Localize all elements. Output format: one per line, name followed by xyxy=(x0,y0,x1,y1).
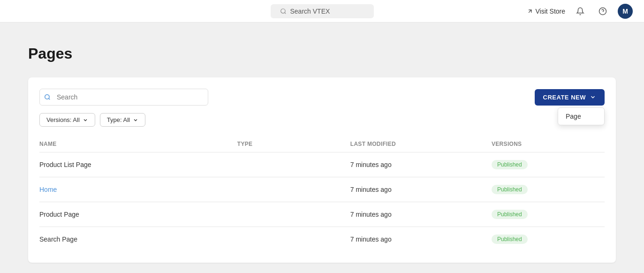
search-wrapper xyxy=(39,89,208,106)
create-new-label: CREATE NEW xyxy=(543,94,586,101)
chevron-down-icon xyxy=(590,94,596,100)
svg-line-6 xyxy=(49,99,50,100)
search-input[interactable] xyxy=(39,89,208,106)
notifications-button[interactable] xyxy=(573,4,588,19)
row-versions: Published xyxy=(492,177,605,202)
svg-point-0 xyxy=(280,8,285,13)
col-header-type: Type xyxy=(237,136,350,152)
svg-line-2 xyxy=(529,10,532,13)
external-link-icon xyxy=(527,8,533,15)
versions-filter[interactable]: Versions: All xyxy=(39,113,95,127)
row-name: Search Page xyxy=(39,227,237,252)
pages-card: CREATE NEW Page Versions: All Type: All xyxy=(28,77,616,263)
row-name: Product Page xyxy=(39,202,237,227)
page-title: Pages xyxy=(28,45,616,62)
bell-icon xyxy=(576,7,584,15)
table-row: Search Page7 minutes agoPublished xyxy=(39,227,605,252)
table-header-row: Name Type Last Modified Versions xyxy=(39,136,605,152)
versions-filter-label: Versions: All xyxy=(46,116,80,123)
search-vtex-button[interactable]: Search VTEX xyxy=(271,4,374,18)
search-icon xyxy=(44,94,51,100)
top-nav: Search VTEX Visit Store M xyxy=(0,0,644,23)
row-last-modified: 7 minutes ago xyxy=(350,227,492,252)
search-vtex-label: Search VTEX xyxy=(290,8,330,15)
avatar-initial: M xyxy=(622,8,628,15)
create-new-menu: Page xyxy=(558,107,605,125)
help-icon xyxy=(599,7,607,15)
status-badge: Published xyxy=(492,235,528,244)
row-type xyxy=(237,152,350,177)
col-header-versions: Versions xyxy=(492,136,605,152)
svg-line-1 xyxy=(284,12,286,14)
pages-table: Name Type Last Modified Versions Product… xyxy=(39,136,605,251)
user-avatar[interactable]: M xyxy=(618,4,633,19)
row-type xyxy=(237,202,350,227)
row-type xyxy=(237,227,350,252)
col-header-modified: Last Modified xyxy=(350,136,492,152)
table-row: Product List Page7 minutes agoPublished xyxy=(39,152,605,177)
dropdown-item-page[interactable]: Page xyxy=(558,108,604,125)
help-button[interactable] xyxy=(595,4,610,19)
table-row: Product Page7 minutes agoPublished xyxy=(39,202,605,227)
create-new-dropdown: CREATE NEW Page xyxy=(535,89,605,106)
search-vtex-icon xyxy=(280,8,287,15)
col-header-name: Name xyxy=(39,136,237,152)
status-badge: Published xyxy=(492,160,528,169)
status-badge: Published xyxy=(492,185,528,194)
nav-center: Search VTEX xyxy=(271,4,374,18)
filters-row: Versions: All Type: All xyxy=(39,113,605,127)
svg-point-5 xyxy=(45,95,49,99)
visit-store-label: Visit Store xyxy=(535,8,565,15)
versions-chevron-icon xyxy=(83,117,88,123)
toolbar: CREATE NEW Page xyxy=(39,89,605,106)
row-last-modified: 7 minutes ago xyxy=(350,152,492,177)
status-badge: Published xyxy=(492,210,528,219)
row-last-modified: 7 minutes ago xyxy=(350,202,492,227)
type-chevron-icon xyxy=(133,117,138,123)
row-last-modified: 7 minutes ago xyxy=(350,177,492,202)
table-row: Home7 minutes agoPublished xyxy=(39,177,605,202)
row-versions: Published xyxy=(492,152,605,177)
row-versions: Published xyxy=(492,227,605,252)
type-filter-label: Type: All xyxy=(107,116,130,123)
row-versions: Published xyxy=(492,202,605,227)
row-type xyxy=(237,177,350,202)
row-name: Product List Page xyxy=(39,152,237,177)
type-filter[interactable]: Type: All xyxy=(100,113,145,127)
visit-store-link[interactable]: Visit Store xyxy=(527,8,565,15)
row-name-link[interactable]: Home xyxy=(39,186,57,193)
create-new-button[interactable]: CREATE NEW xyxy=(535,89,605,106)
main-content: Pages CREATE NEW Page xyxy=(0,23,644,273)
